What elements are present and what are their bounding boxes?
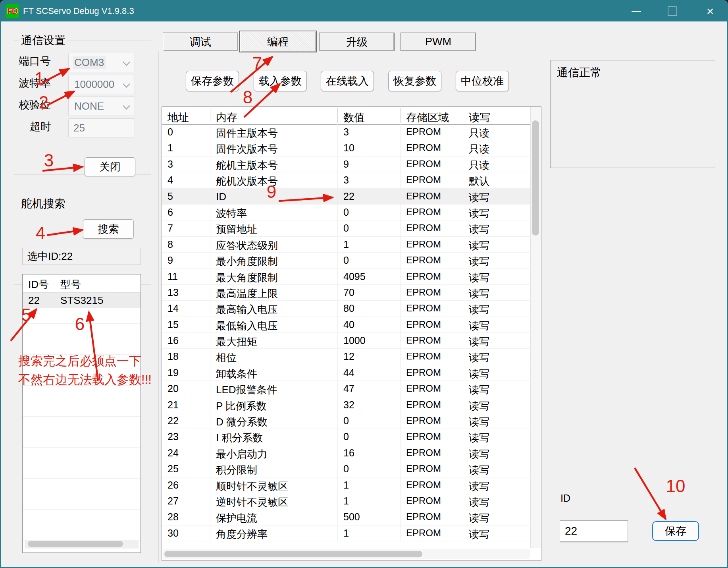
comm-settings-title: 通信设置 xyxy=(19,33,67,48)
memory-table-cell: 读写 xyxy=(463,205,531,220)
memory-table-row[interactable]: 24最小启动力16EPROM读写 xyxy=(162,445,531,461)
memory-table-cell: 16 xyxy=(338,445,401,461)
memory-table-cell: 读写 xyxy=(463,525,531,541)
memory-table-cell: 读写 xyxy=(463,301,531,316)
memory-table-cell: EPROM xyxy=(401,381,463,396)
tab-pwm[interactable]: PWM xyxy=(401,33,476,51)
memory-table-vscroll-thumb[interactable] xyxy=(532,120,539,236)
memory-table-row[interactable]: 18相位12EPROM读写 xyxy=(162,349,531,365)
memory-table-row[interactable]: 20LED报警条件47EPROM读写 xyxy=(162,381,531,397)
timeout-input[interactable]: 25 xyxy=(68,118,135,137)
memory-table-cell: 1 xyxy=(338,493,401,509)
memory-table-cell: P 比例系数 xyxy=(210,397,338,413)
memory-table-cell: 1 xyxy=(338,525,401,541)
header-address[interactable]: 地址 xyxy=(162,108,210,123)
memory-table-cell: 读写 xyxy=(463,381,531,396)
memory-table-row[interactable]: 13最高温度上限70EPROM读写 xyxy=(162,285,531,301)
memory-table-cell: 读写 xyxy=(463,237,531,252)
memory-table-cell: 14 xyxy=(162,301,210,316)
restore-params-button[interactable]: 恢复参数 xyxy=(388,71,441,91)
memory-table-cell: 0 xyxy=(338,220,401,236)
memory-table-row[interactable]: 15最低输入电压40EPROM读写 xyxy=(162,317,531,333)
memory-table-hscroll-thumb[interactable] xyxy=(164,551,422,557)
timeout-label: 超时 xyxy=(30,120,51,134)
servo-list-empty-row xyxy=(23,324,141,339)
minimize-button[interactable] xyxy=(625,1,647,21)
midpoint-calib-button[interactable]: 中位校准 xyxy=(456,71,509,91)
save-id-button[interactable]: 保存 xyxy=(652,521,699,541)
warning-note-line2: 不然右边无法载入参数!!! xyxy=(18,371,152,388)
servo-list: ID号 型号 22 STS3215 xyxy=(22,274,141,553)
memory-table-row[interactable]: 30角度分辨率1EPROM读写 xyxy=(162,525,531,541)
memory-table-cell: 23 xyxy=(162,429,210,444)
parity-label: 校验位 xyxy=(19,98,51,112)
memory-table-row[interactable]: 5ID22EPROM读写 xyxy=(162,189,531,205)
header-storage-area[interactable]: 存储区域 xyxy=(401,108,463,123)
memory-table-row[interactable]: 26顺时针不灵敏区1EPROM读写 xyxy=(162,477,531,493)
save-params-button[interactable]: 保存参数 xyxy=(186,71,239,91)
memory-table-row[interactable]: 9最小角度限制0EPROM读写 xyxy=(162,253,531,269)
servo-list-row[interactable]: 22 STS3215 xyxy=(23,293,141,308)
memory-table-cell: 舵机主版本号 xyxy=(210,156,338,172)
memory-table-header: 地址 内存 数值 存储区域 读写 xyxy=(162,107,541,125)
memory-table-row[interactable]: 14最高输入电压80EPROM读写 xyxy=(162,301,531,317)
maximize-button[interactable] xyxy=(661,1,684,21)
memory-table-cell: EPROM xyxy=(401,397,463,413)
memory-table-row[interactable]: 0固件主版本号3EPROM只读 xyxy=(162,124,531,140)
memory-table-cell: 500 xyxy=(338,509,401,525)
memory-table-row[interactable]: 6波特率0EPROM读写 xyxy=(162,205,531,220)
tab-program[interactable]: 编程 xyxy=(239,31,317,52)
search-button[interactable]: 搜索 xyxy=(83,219,134,239)
parity-value: NONE xyxy=(73,100,106,112)
servo-list-empty-row xyxy=(23,432,141,448)
memory-table-row[interactable]: 7预留地址0EPROM读写 xyxy=(162,220,531,236)
memory-table-cell: 固件次版本号 xyxy=(210,140,338,156)
memory-table-cell: 25 xyxy=(162,461,210,477)
memory-table-cell: 相位 xyxy=(210,349,338,364)
memory-table-cell: 读写 xyxy=(463,333,531,348)
memory-table-vscrollbar[interactable] xyxy=(530,107,541,548)
memory-table-row[interactable]: 27逆时针不灵敏区1EPROM读写 xyxy=(162,493,531,509)
memory-table-cell: 1 xyxy=(162,140,210,156)
id-input[interactable]: 22 xyxy=(560,520,628,542)
servo-list-empty-row xyxy=(23,479,141,494)
memory-table-cell: EPROM xyxy=(401,509,463,525)
servo-list-header-model: 型号 xyxy=(60,278,81,292)
memory-table-row[interactable]: 1固件次版本号10EPROM只读 xyxy=(162,140,531,156)
port-combobox[interactable]: COM3 xyxy=(68,53,135,72)
servo-id-cell: 22 xyxy=(28,294,40,307)
memory-table-row[interactable]: 3舵机主版本号9EPROM只读 xyxy=(162,156,531,172)
header-value[interactable]: 数值 xyxy=(338,108,401,123)
memory-table-cell: EPROM xyxy=(401,156,463,172)
header-read-write[interactable]: 读写 xyxy=(463,108,531,123)
memory-table-row[interactable]: 19卸载条件44EPROM读写 xyxy=(162,365,531,381)
memory-table-cell: 3 xyxy=(338,124,401,140)
port-label: 端口号 xyxy=(19,54,51,68)
close-port-button[interactable]: 关闭 xyxy=(85,157,135,176)
memory-table-row[interactable]: 8应答状态级别1EPROM读写 xyxy=(162,237,531,253)
memory-table-cell: EPROM xyxy=(401,413,463,429)
memory-table-row[interactable]: 23I 积分系数0EPROM读写 xyxy=(162,429,531,445)
memory-table-row[interactable]: 25积分限制0EPROM读写 xyxy=(162,461,531,477)
memory-table-row[interactable]: 28保护电流500EPROM读写 xyxy=(162,509,531,525)
servo-list-hscrollbar[interactable] xyxy=(25,540,139,549)
tab-debug[interactable]: 调试 xyxy=(163,33,238,51)
memory-table-row[interactable]: 22D 微分系数0EPROM读写 xyxy=(162,413,531,429)
memory-table-cell: 读写 xyxy=(463,189,531,204)
annotation-number-10: 10 xyxy=(666,476,686,496)
online-load-button[interactable]: 在线载入 xyxy=(321,71,374,91)
load-params-button[interactable]: 载入参数 xyxy=(254,71,307,91)
tab-upgrade[interactable]: 升级 xyxy=(319,33,395,51)
memory-table-row[interactable]: 16最大扭矩1000EPROM读写 xyxy=(162,333,531,349)
memory-table-row[interactable]: 11最大角度限制4095EPROM读写 xyxy=(162,269,531,285)
close-button[interactable]: × xyxy=(699,1,721,21)
servo-list-column-divider xyxy=(55,274,55,523)
memory-table-cell: 读写 xyxy=(463,509,531,525)
memory-table-hscrollbar[interactable] xyxy=(163,549,530,559)
servo-list-hscroll-thumb[interactable] xyxy=(28,541,123,547)
memory-table-row[interactable]: 4舵机次版本号3EPROM默认 xyxy=(162,172,531,188)
parity-combobox[interactable]: NONE xyxy=(68,97,135,116)
memory-table-row[interactable]: 21P 比例系数32EPROM读写 xyxy=(162,397,531,413)
baud-combobox[interactable]: 1000000 xyxy=(68,75,135,94)
header-memory[interactable]: 内存 xyxy=(210,108,338,123)
